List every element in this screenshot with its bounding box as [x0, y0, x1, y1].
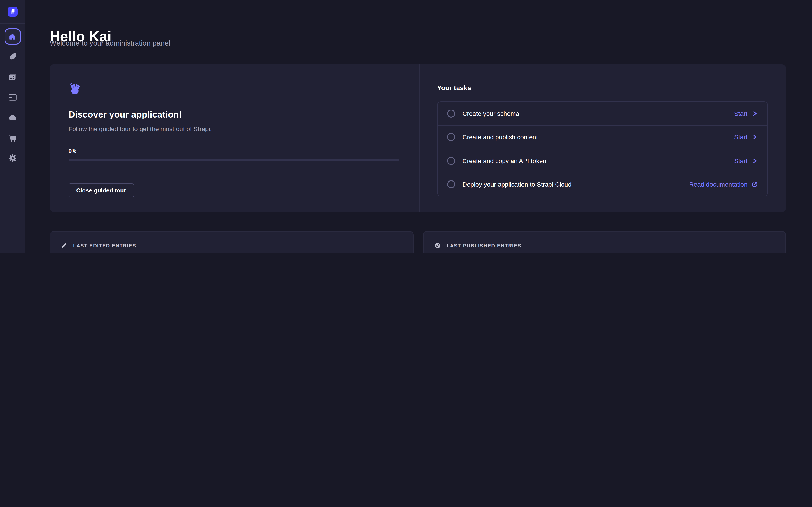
sidebar-item-content-manager[interactable] — [4, 49, 20, 65]
external-link-icon — [752, 181, 758, 188]
guided-tour-subtitle: Follow the guided tour to get the most o… — [68, 125, 400, 133]
tasks-list: Create your schema Start Create and publ… — [437, 101, 768, 196]
empty-state: No edited entries — [50, 249, 413, 253]
task-start-link[interactable]: Start — [734, 133, 758, 141]
check-circle-icon — [435, 242, 441, 249]
task-row-create-schema[interactable]: Create your schema Start — [438, 102, 767, 125]
sidebar-item-settings[interactable] — [4, 150, 20, 166]
close-guided-tour-button[interactable]: Close guided tour — [68, 183, 134, 198]
feather-icon — [8, 52, 17, 61]
empty-state: No published entries — [423, 249, 785, 253]
progress-percent-label: 0% — [68, 148, 400, 154]
sidebar-nav — [4, 29, 20, 166]
task-radio[interactable] — [447, 180, 455, 188]
card-header: LAST EDITED ENTRIES — [50, 232, 413, 249]
media-library-icon — [8, 72, 17, 81]
task-radio[interactable] — [447, 110, 455, 118]
cloud-icon — [8, 113, 17, 122]
strapi-logo-icon — [7, 7, 17, 17]
shopping-cart-icon — [8, 133, 17, 143]
task-label: Create and publish content — [462, 133, 734, 141]
main-content: Hello Kai Welcome to your administration… — [25, 0, 812, 253]
sidebar-item-content-type-builder[interactable] — [4, 89, 20, 105]
task-label: Create and copy an API token — [462, 157, 734, 165]
main-sidebar: KD — [0, 0, 25, 253]
task-row-publish-content[interactable]: Create and publish content Start — [438, 125, 767, 149]
tasks-title: Your tasks — [437, 83, 768, 92]
strapi-admin-dashboard: KD Hello Kai Welcome to your administrat… — [0, 0, 812, 253]
task-label: Create your schema — [462, 110, 734, 117]
pencil-icon — [61, 242, 67, 249]
sidebar-item-media-library[interactable] — [4, 69, 20, 85]
home-icon — [9, 33, 16, 40]
last-published-entries-card: LAST PUBLISHED ENTRIES — [423, 231, 786, 253]
chevron-right-icon — [752, 110, 758, 117]
task-radio[interactable] — [447, 157, 455, 165]
task-row-api-token[interactable]: Create and copy an API token Start — [438, 149, 767, 172]
task-start-link[interactable]: Start — [734, 110, 758, 117]
guided-tour-title: Discover your application! — [68, 109, 400, 120]
card-header: LAST PUBLISHED ENTRIES — [423, 232, 785, 249]
guided-tour-panel: Discover your application! Follow the gu… — [50, 64, 786, 212]
guided-tour-info: Discover your application! Follow the gu… — [50, 64, 419, 212]
strapi-logo-button[interactable] — [7, 0, 17, 23]
gear-icon — [8, 154, 17, 163]
tasks-section: Your tasks Create your schema Start Crea… — [419, 64, 786, 212]
last-edited-entries-card: LAST EDITED ENTRIES — [50, 231, 414, 253]
layout-icon — [8, 93, 17, 102]
task-label: Deploy your application to Strapi Cloud — [462, 181, 689, 188]
card-title: LAST PUBLISHED ENTRIES — [447, 243, 521, 248]
task-radio[interactable] — [447, 133, 455, 141]
sidebar-divider — [0, 23, 25, 24]
sidebar-item-cloud[interactable] — [4, 110, 20, 126]
progress-bar — [68, 159, 399, 161]
chevron-right-icon — [752, 134, 758, 140]
read-documentation-link[interactable]: Read documentation — [689, 181, 758, 188]
task-row-deploy-cloud[interactable]: Deploy your application to Strapi Cloud … — [438, 172, 767, 196]
page-subtitle: Welcome to your administration panel — [50, 39, 170, 48]
card-title: LAST EDITED ENTRIES — [73, 243, 136, 248]
task-start-link[interactable]: Start — [734, 157, 758, 165]
waving-hand-icon — [68, 82, 81, 95]
chevron-right-icon — [752, 158, 758, 164]
sidebar-item-marketplace[interactable] — [4, 130, 20, 146]
sidebar-item-home[interactable] — [4, 29, 20, 45]
